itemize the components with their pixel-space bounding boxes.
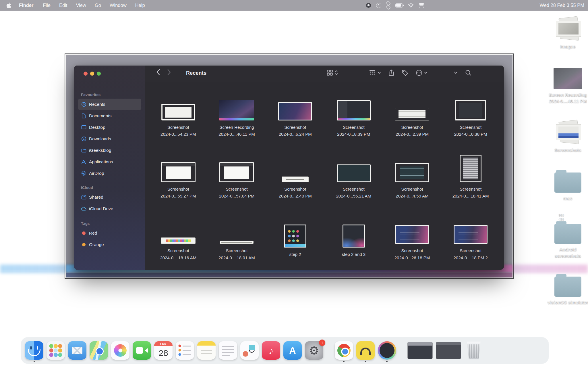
file-item[interactable]: Screenshot2024-0...0.38 PM [441,83,500,145]
dock-calendar[interactable]: FEB28 [154,341,173,360]
sidebar-item-tag-orange[interactable]: Orange [78,239,141,250]
tags-button[interactable] [402,70,408,76]
menu-item-edit[interactable]: Edit [55,3,71,8]
menu-bar-clock[interactable]: Wed 28 Feb 3:55 PM [539,3,584,8]
window-controls [84,72,101,76]
desktop-item-android-screenshots[interactable]: Androidscreenshots [543,224,588,259]
file-item[interactable]: Screenshot2024-0...2.40 PM [266,145,324,207]
finder-icon [25,341,43,360]
more-actions-button[interactable] [416,70,428,76]
menu-item-file[interactable]: File [38,3,55,8]
sidebar-item-label: Downloads [89,136,111,141]
dock-minimized-window-2[interactable] [436,342,461,359]
desktop-icon [81,125,86,130]
sidebar-item-icloud-drive[interactable]: iCloud Drive [78,203,141,214]
minimize-button[interactable] [90,72,94,76]
file-thumbnail [161,237,196,244]
forward-button[interactable] [167,69,171,75]
zoom-button[interactable] [97,72,101,76]
sidebar-item-shared[interactable]: Shared [78,191,141,203]
icon-view-button[interactable] [327,70,338,76]
window-toolbar [327,69,472,76]
dock-settings[interactable]: ⚙1 [305,341,323,360]
dock-finder[interactable] [25,341,43,360]
desktop-item-visionos-simulator[interactable]: visionOS simulator [543,277,588,306]
reminders-icon [176,341,194,360]
file-item[interactable]: Screenshot2024-0...8.39 PM [324,83,383,145]
file-item[interactable]: Screenshot2024-0...2.39 PM [383,83,442,145]
sidebar-item-documents[interactable]: Documents [78,110,141,122]
back-button[interactable] [156,69,160,75]
desktop-item-label: mac [543,195,588,202]
dock-textedit[interactable] [219,341,237,360]
file-name: Screenshot [219,186,254,193]
sidebar-item-downloads[interactable]: Downloads [78,133,141,145]
music-icon: ♪ [262,341,280,360]
desktop-item-images[interactable]: Images [543,17,588,50]
file-item[interactable]: Screenshot2024-0...55.21 AM [324,145,383,207]
desktop-item-screenshots[interactable]: Screenshots [543,121,588,153]
file-item[interactable]: Screenshot2024-0...4.59 AM [383,145,442,207]
folder-icon [554,277,581,297]
wifi-icon[interactable] [408,3,414,7]
menu-item-window[interactable]: Window [105,3,131,8]
file-item[interactable]: Screenshot2024-0...6.24 PM [266,83,324,145]
search-button[interactable] [465,70,472,76]
file-item[interactable]: Screenshot2024-0....18 PM 2 [441,207,500,269]
sidebar-item-recents[interactable]: Recents [78,99,141,110]
screen-recording-icon[interactable] [366,3,371,8]
dock-launchpad[interactable] [47,341,65,360]
dock-trash[interactable] [466,342,481,359]
file-thumbnail [219,162,254,182]
dock-maps[interactable] [90,341,108,360]
desktop-item-screen-recording[interactable]: Screen Recording2024-0....46.11 PM [543,68,588,105]
file-name: Screenshot [394,247,430,254]
file-date: 2024-0...26.18 PM [394,254,430,261]
dock-reminders[interactable] [176,341,194,360]
dock-freeform[interactable] [240,341,259,360]
layers-stack-icon[interactable] [386,1,390,9]
file-item[interactable]: Screenshot2024-0...59.27 PM [149,145,208,207]
menu-item-finder[interactable]: Finder [15,3,38,8]
dock-photos[interactable] [111,341,129,360]
size-width: 960 [559,213,564,217]
dock-minimized-window-1[interactable] [407,342,433,359]
user-switcher-icon[interactable] [419,3,424,8]
file-item[interactable]: step 2 and 3 [324,207,383,269]
file-item[interactable]: Screenshot2024-0...57.04 PM [208,145,266,207]
menu-item-view[interactable]: View [71,3,90,8]
collapse-toolbar-button[interactable] [454,71,458,74]
dock-notes[interactable] [197,341,216,360]
dock-music[interactable]: ♪ [262,341,280,360]
dock-divider [329,342,329,359]
file-item[interactable]: step 2 [266,207,324,269]
menu-item-go[interactable]: Go [90,3,105,8]
folder-icon [554,172,581,193]
sidebar-item-igeeksblog[interactable]: iGeeksblog [78,145,141,156]
dock-chrome[interactable] [335,341,353,360]
desktop-item-mac[interactable]: mac [543,172,588,202]
file-item[interactable]: Screen Recording2024-0....46.11 PM [208,83,266,145]
menu-item-help[interactable]: Help [131,3,149,8]
desktop-item-label: Android [543,246,588,253]
share-button[interactable] [388,69,394,76]
group-by-button[interactable] [369,70,381,76]
file-item[interactable]: Screenshot2024-0....18.01 AM [208,207,266,269]
close-button[interactable] [84,72,88,76]
file-item[interactable]: Screenshot2024-0....18.16 AM [149,207,208,269]
sidebar-item-airdrop[interactable]: AirDrop [78,168,141,179]
dock-dark-browser[interactable] [378,341,396,360]
sidebar-item-tag-red[interactable]: Red [78,227,141,239]
dock-basecamp[interactable] [356,341,375,360]
file-item[interactable]: Screenshot2024-0....18.41 AM [441,145,500,207]
dock-appstore[interactable]: A [283,341,302,360]
sidebar-item-desktop[interactable]: Desktop [78,122,141,133]
dock-mail[interactable] [68,341,86,360]
speed-gauge-icon[interactable] [376,3,381,8]
dock-facetime[interactable] [133,341,151,360]
battery-icon[interactable] [395,3,403,7]
file-item[interactable]: Screenshot2024-0...26.18 PM [383,207,442,269]
apple-menu-icon[interactable] [5,3,15,8]
file-item[interactable]: Screenshot2024-0...54.23 PM [149,83,208,145]
sidebar-item-applications[interactable]: Applications [78,156,141,168]
